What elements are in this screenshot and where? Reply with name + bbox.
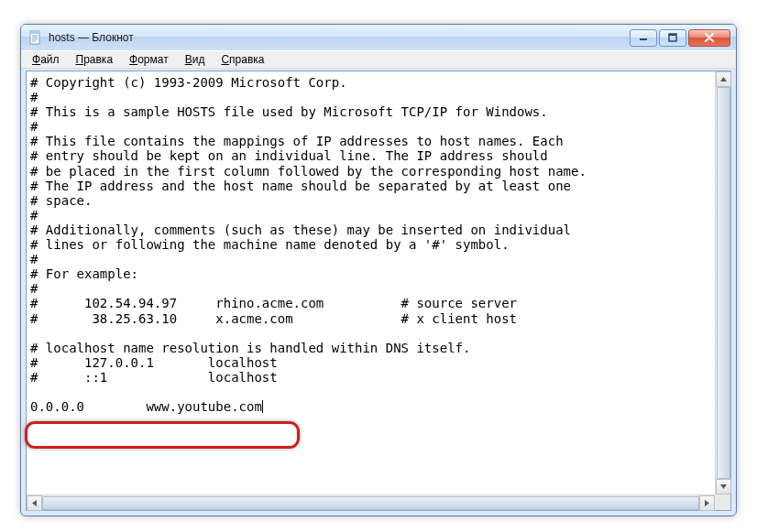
text-line: #: [30, 208, 729, 223]
menu-file[interactable]: Файл: [24, 52, 68, 67]
text-editor[interactable]: # Copyright (c) 1993-2009 Microsoft Corp…: [27, 71, 730, 510]
client-area: # Copyright (c) 1993-2009 Microsoft Corp…: [26, 71, 731, 511]
horizontal-scrollbar[interactable]: [27, 494, 715, 510]
text-line: # 38.25.63.10 x.acme.com # x client host: [30, 311, 729, 326]
text-line: # ::1 localhost: [30, 370, 729, 385]
scroll-corner: [715, 494, 730, 510]
text-line: #: [30, 119, 729, 134]
svg-rect-8: [669, 34, 676, 36]
app-icon: [28, 30, 43, 45]
svg-rect-6: [640, 38, 647, 40]
text-line: #: [30, 90, 729, 104]
text-line: # This is a sample HOSTS file used by Mi…: [30, 104, 729, 119]
vertical-scrollbar[interactable]: [715, 71, 730, 494]
text-line: # lines or following the machine name de…: [30, 237, 729, 252]
text-line: # localhost name resolution is handled w…: [30, 341, 729, 355]
titlebar[interactable]: hosts — Блокнот: [21, 25, 736, 50]
text-line: #: [30, 252, 729, 266]
text-line: # entry should be kept on an individual …: [30, 148, 729, 163]
text-line: # This file contains the mappings of IP …: [30, 134, 729, 148]
text-cursor: [262, 400, 263, 413]
text-line: #: [30, 281, 729, 296]
maximize-button[interactable]: [659, 29, 686, 47]
vertical-thumb[interactable]: [717, 87, 730, 479]
scroll-up-button[interactable]: [716, 71, 731, 87]
scroll-left-button[interactable]: [27, 495, 42, 511]
menu-help[interactable]: Справка: [213, 52, 272, 67]
text-line: # For example:: [30, 266, 729, 281]
scroll-down-button[interactable]: [716, 479, 731, 494]
menu-view[interactable]: Вид: [177, 52, 214, 67]
window-buttons: [630, 29, 730, 47]
scroll-right-button[interactable]: [699, 495, 715, 511]
text-line: [30, 326, 729, 341]
window-title: hosts — Блокнот: [49, 31, 630, 44]
horizontal-thumb[interactable]: [42, 496, 699, 510]
text-line: # The IP address and the host name shoul…: [30, 179, 729, 193]
text-line: # 102.54.94.97 rhino.acme.com # source s…: [30, 296, 729, 310]
text-line: # Copyright (c) 1993-2009 Microsoft Corp…: [30, 75, 729, 90]
minimize-button[interactable]: [630, 29, 657, 47]
menubar: Файл Правка Формат Вид Справка: [21, 50, 736, 69]
text-line: # Additionally, comments (such as these)…: [30, 223, 729, 237]
close-button[interactable]: [688, 29, 730, 47]
text-line: # be placed in the first column followed…: [30, 164, 729, 179]
notepad-window: hosts — Блокнот Файл Правка Формат Вид С…: [20, 24, 737, 516]
text-line: [30, 385, 729, 399]
text-line: # 127.0.0.1 localhost: [30, 355, 729, 370]
menu-format[interactable]: Формат: [121, 52, 177, 67]
svg-rect-1: [30, 31, 39, 34]
menu-edit[interactable]: Правка: [68, 52, 122, 67]
text-line: # space.: [30, 193, 729, 208]
text-line: 0.0.0.0 www.youtube.com: [30, 399, 729, 414]
